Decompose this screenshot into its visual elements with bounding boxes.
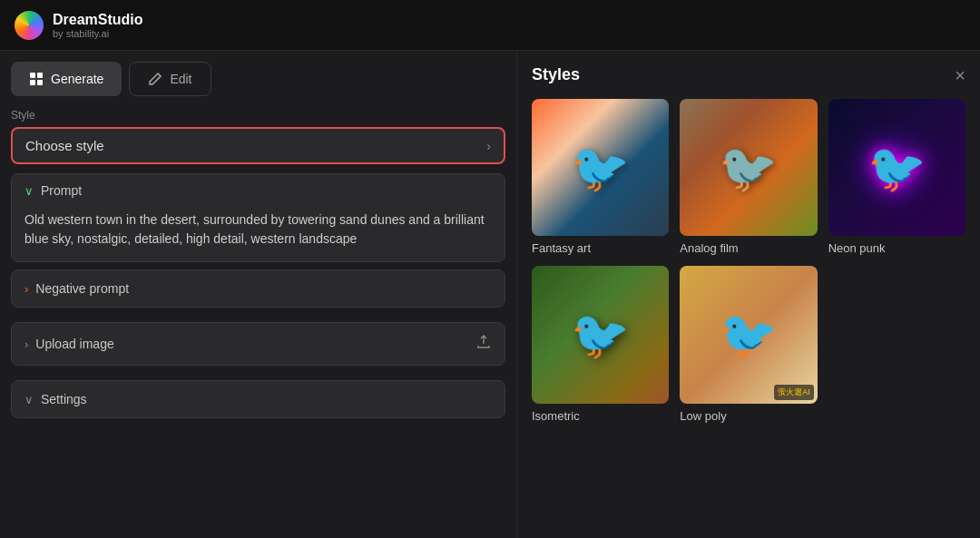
main-content: Generate Edit Style Choose style › — [0, 51, 980, 538]
tab-generate[interactable]: Generate — [11, 62, 122, 96]
svg-rect-3 — [37, 80, 43, 85]
sidebar: Generate Edit Style Choose style › — [0, 51, 517, 538]
upload-image-label: Upload image — [35, 337, 113, 351]
style-name-fantasy-art: Fantasy art — [532, 241, 669, 255]
style-image-isometric — [532, 266, 669, 403]
svg-rect-2 — [30, 80, 35, 85]
prompt-header[interactable]: ∨ Prompt — [12, 174, 505, 207]
settings-label: Settings — [41, 392, 87, 406]
prompt-chevron-icon: ∨ — [24, 184, 34, 198]
watermark-text: 萤火遛AI — [774, 385, 814, 400]
negative-prompt-label: Negative prompt — [35, 281, 129, 296]
styles-panel-header: Styles × — [532, 65, 965, 84]
tab-generate-label: Generate — [51, 72, 103, 86]
style-section: Style Choose style › — [0, 96, 516, 173]
style-item-isometric[interactable]: Isometric — [532, 266, 669, 422]
negative-prompt-section[interactable]: › Negative prompt — [11, 269, 505, 308]
app-title-group: DreamStudio by stability.ai — [53, 12, 143, 39]
style-name-isometric: Isometric — [532, 409, 669, 423]
styles-panel: Styles × Fantasy art Analog film — [517, 51, 980, 538]
svg-rect-0 — [30, 73, 35, 78]
upload-image-section[interactable]: › Upload image — [11, 322, 505, 366]
style-image-analog-film — [680, 99, 817, 236]
upload-icon — [475, 334, 492, 354]
settings-section[interactable]: ∨ Settings — [11, 380, 505, 418]
style-item-analog-film[interactable]: Analog film — [680, 99, 817, 255]
upload-chevron-icon: › — [24, 337, 28, 351]
app-header: DreamStudio by stability.ai — [0, 0, 980, 51]
styles-panel-title: Styles — [532, 65, 580, 84]
style-item-fantasy-art[interactable]: Fantasy art — [532, 99, 669, 255]
close-styles-button[interactable]: × — [955, 66, 965, 84]
style-section-label: Style — [11, 109, 505, 122]
upload-left-group: › Upload image — [24, 337, 114, 351]
chevron-right-icon: › — [486, 139, 491, 153]
tab-bar: Generate Edit — [0, 51, 516, 96]
style-selector-button[interactable]: Choose style › — [11, 127, 505, 164]
app-name: DreamStudio — [53, 12, 143, 28]
prompt-text[interactable]: Old western town in the desert, surround… — [12, 207, 505, 261]
style-name-low-poly: Low poly — [680, 409, 817, 423]
app-logo-icon — [15, 11, 44, 40]
app-subtitle: by stability.ai — [53, 28, 143, 39]
style-name-analog-film: Analog film — [680, 241, 817, 255]
style-selector-text: Choose style — [25, 138, 104, 153]
style-image-neon-punk — [828, 99, 965, 236]
prompt-label: Prompt — [41, 183, 82, 198]
style-image-fantasy-art — [532, 99, 669, 236]
styles-grid: Fantasy art Analog film Neon punk — [532, 99, 965, 423]
svg-rect-1 — [37, 73, 43, 78]
style-name-neon-punk: Neon punk — [828, 241, 965, 255]
edit-icon — [148, 72, 162, 86]
negative-prompt-chevron-icon: › — [24, 282, 28, 296]
grid-icon — [29, 72, 44, 86]
tab-edit-label: Edit — [170, 72, 191, 86]
style-item-neon-punk[interactable]: Neon punk — [828, 99, 965, 255]
style-image-low-poly: 萤火遛AI — [680, 266, 817, 403]
settings-chevron-icon: ∨ — [24, 393, 34, 406]
tab-edit[interactable]: Edit — [129, 62, 211, 96]
style-item-low-poly[interactable]: 萤火遛AI Low poly — [680, 266, 817, 422]
prompt-section: ∨ Prompt Old western town in the desert,… — [11, 173, 505, 262]
